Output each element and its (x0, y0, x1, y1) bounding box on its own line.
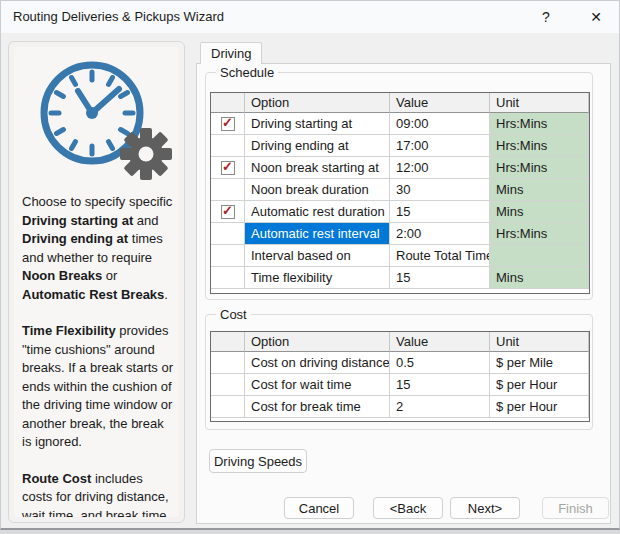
table-row: Cost on driving distance0.5$ per Mile (211, 352, 589, 374)
row-checkbox[interactable]: ✓ (221, 117, 235, 131)
driving-speeds-button[interactable]: Driving Speeds (209, 449, 307, 473)
window-title: Routing Deliveries & Pickups Wizard (13, 9, 224, 24)
column-header-unit: Unit (490, 93, 589, 113)
value-cell[interactable]: 12:00 (390, 157, 490, 179)
cost-group-label: Cost (216, 306, 251, 323)
option-cell[interactable]: Noon break starting at (245, 157, 390, 179)
unit-cell (490, 245, 589, 267)
column-header-unit: Unit (490, 332, 589, 352)
checkmark-icon: ✓ (222, 204, 233, 217)
checkmark-icon: ✓ (222, 116, 233, 129)
option-cell[interactable]: Driving starting at (245, 113, 390, 135)
unit-cell: $ per Hour (490, 374, 589, 396)
value-cell[interactable]: 30 (390, 179, 490, 201)
checkmark-icon: ✓ (222, 160, 233, 173)
checkbox-cell (211, 374, 245, 396)
unit-cell: Hrs:Mins (490, 135, 589, 157)
table-row: Cost for break time2$ per Hour (211, 396, 589, 418)
value-cell[interactable]: 2 (390, 396, 490, 418)
tab-driving[interactable]: Driving (200, 42, 262, 64)
sidebar-paragraph: Time Flexibility provides "time cushions… (22, 322, 173, 452)
table-row: ✓Noon break starting at12:00Hrs:Mins (211, 157, 589, 179)
row-checkbox[interactable]: ✓ (221, 161, 235, 175)
unit-cell: Mins (490, 267, 589, 289)
checkbox-cell (211, 223, 245, 245)
sidebar-paragraph: Choose to specify specific Driving start… (22, 193, 173, 304)
help-button[interactable]: ? (529, 1, 563, 33)
table-row: Cost for wait time15$ per Hour (211, 374, 589, 396)
unit-cell: Hrs:Mins (490, 223, 589, 245)
checkbox-cell: ✓ (211, 157, 245, 179)
checkbox-cell (211, 267, 245, 289)
value-cell[interactable]: 15 (390, 201, 490, 223)
value-cell[interactable]: Route Total Time (390, 245, 490, 267)
option-cell[interactable]: Cost for break time (245, 396, 390, 418)
tab-page-driving: Schedule OptionValueUnit✓Driving startin… (196, 63, 611, 524)
table-row: Time flexibility15Mins (211, 267, 589, 289)
checkbox-cell (211, 396, 245, 418)
unit-cell: $ per Mile (490, 352, 589, 374)
option-cell[interactable]: Driving ending at (245, 135, 390, 157)
unit-cell: Hrs:Mins (490, 113, 589, 135)
wizard-dialog: Routing Deliveries & Pickups Wizard ? ✕ (0, 0, 620, 530)
table-row: Automatic rest interval2:00Hrs:Mins (211, 223, 589, 245)
option-cell[interactable]: Automatic rest duration (245, 201, 390, 223)
unit-cell: Mins (490, 201, 589, 223)
value-cell[interactable]: 09:00 (390, 113, 490, 135)
column-header-option: Option (245, 332, 390, 352)
table-row: ✓Automatic rest duration15Mins (211, 201, 589, 223)
column-header-value: Value (390, 93, 490, 113)
column-header-value: Value (390, 332, 490, 352)
gear-icon (120, 128, 172, 180)
unit-cell: Hrs:Mins (490, 157, 589, 179)
titlebar: Routing Deliveries & Pickups Wizard ? ✕ (1, 1, 619, 33)
table-row: Noon break duration30Mins (211, 179, 589, 201)
value-cell[interactable]: 15 (390, 374, 490, 396)
checkbox-cell: ✓ (211, 201, 245, 223)
option-cell[interactable]: Cost on driving distance (245, 352, 390, 374)
checkbox-cell (211, 352, 245, 374)
unit-cell: $ per Hour (490, 396, 589, 418)
column-header-blank (211, 332, 245, 352)
sidebar-paragraph: Route Cost includes costs for driving di… (22, 470, 173, 518)
cancel-button[interactable]: Cancel (284, 497, 354, 519)
option-cell[interactable]: Automatic rest interval (245, 223, 390, 245)
option-cell[interactable]: Interval based on (245, 245, 390, 267)
checkbox-cell (211, 179, 245, 201)
sidebar-inner: Choose to specify specific Driving start… (14, 47, 179, 517)
schedule-group-label: Schedule (216, 64, 278, 81)
column-header-blank (211, 93, 245, 113)
value-cell[interactable]: 15 (390, 267, 490, 289)
table-header-row: OptionValueUnit (211, 332, 589, 352)
unit-cell: Mins (490, 179, 589, 201)
sidebar: Choose to specify specific Driving start… (8, 41, 185, 523)
option-cell[interactable]: Cost for wait time (245, 374, 390, 396)
schedule-table: OptionValueUnit✓Driving starting at09:00… (210, 92, 590, 294)
close-icon[interactable]: ✕ (579, 1, 613, 33)
table-header-row: OptionValueUnit (211, 93, 589, 113)
next-button[interactable]: Next> (450, 497, 520, 519)
value-cell[interactable]: 2:00 (390, 223, 490, 245)
row-checkbox[interactable]: ✓ (221, 205, 235, 219)
value-cell[interactable]: 17:00 (390, 135, 490, 157)
column-header-option: Option (245, 93, 390, 113)
sidebar-description: Choose to specify specific Driving start… (14, 189, 179, 517)
wizard-illustration (14, 51, 179, 189)
finish-button[interactable]: Finish (542, 497, 609, 519)
cost-table: OptionValueUnitCost on driving distance0… (210, 331, 590, 422)
option-cell[interactable]: Time flexibility (245, 267, 390, 289)
value-cell[interactable]: 0.5 (390, 352, 490, 374)
table-row: Interval based onRoute Total Time (211, 245, 589, 267)
clock-gear-icon (14, 51, 179, 185)
table-row: Driving ending at17:00Hrs:Mins (211, 135, 589, 157)
checkbox-cell (211, 245, 245, 267)
clock-hands (78, 89, 119, 113)
back-button[interactable]: <Back (373, 497, 443, 519)
table-row: ✓Driving starting at09:00Hrs:Mins (211, 113, 589, 135)
checkbox-cell: ✓ (211, 113, 245, 135)
option-cell[interactable]: Noon break duration (245, 179, 390, 201)
checkbox-cell (211, 135, 245, 157)
